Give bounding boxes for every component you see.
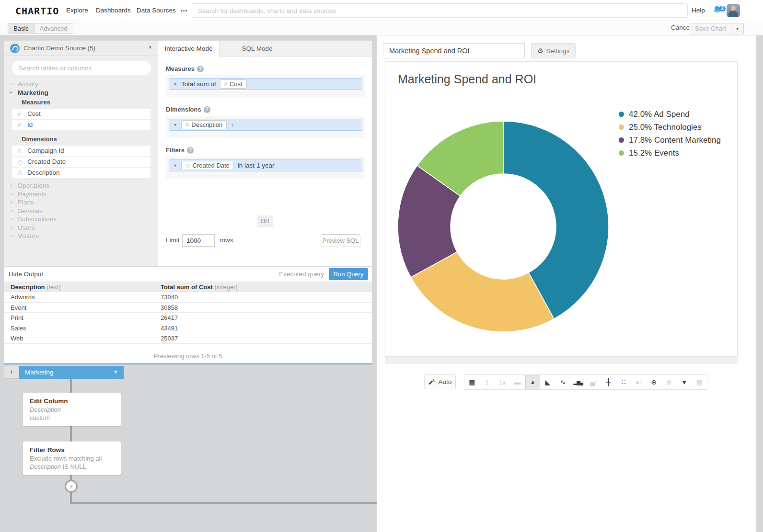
help-circle-icon[interactable]: ?	[187, 147, 194, 154]
sort-ascending-icon[interactable]: ↑	[231, 121, 234, 128]
legend-item[interactable]: 25.0% Technologies	[619, 121, 721, 134]
preview-sql-button[interactable]: Preview SQL	[321, 234, 360, 247]
hide-output-button[interactable]: Hide Output	[9, 271, 43, 278]
field-created-date[interactable]: ◷ Created Date	[12, 157, 150, 167]
chevron-right-icon: ›	[11, 224, 12, 232]
table-chart-icon[interactable]: ▦	[464, 375, 480, 389]
filter-field-chip[interactable]: ◷ Created Date	[181, 161, 234, 170]
legend-item[interactable]: 15.2% Events	[619, 147, 721, 159]
single-value-trend-chart-icon[interactable]: 1▴	[495, 375, 510, 389]
tree-item-activity[interactable]: › Activity	[4, 80, 158, 89]
single-value-chart-icon[interactable]: 1	[480, 375, 495, 389]
map-chart-icon[interactable]: ⊕	[647, 375, 662, 389]
nav-more-menu[interactable]: •••	[181, 8, 188, 13]
nav-explore[interactable]: Explore	[66, 7, 88, 14]
pie-chart-icon[interactable]: ◕	[525, 375, 541, 389]
tree-item-subscriptions[interactable]: ›Subscriptions	[4, 215, 158, 224]
table-search-input[interactable]	[12, 61, 151, 75]
cancel-button[interactable]: Cancel	[671, 24, 691, 31]
field-label: Description	[27, 169, 60, 176]
tree-item-marketing[interactable]: › Marketing	[4, 89, 158, 97]
box-plot-chart-icon[interactable]: ╂	[601, 375, 616, 389]
area-chart-icon[interactable]: ◣	[540, 375, 555, 389]
chartio-logo[interactable]: CHARTIO	[15, 5, 59, 17]
notifications-bell-icon[interactable]: 2	[712, 5, 725, 16]
dimensions-dropzone[interactable]: ▼ A Description ↑	[166, 116, 365, 138]
executed-query-link[interactable]: Executed query	[279, 271, 324, 278]
add-source-button[interactable]: +	[4, 366, 19, 379]
tree-item-visitors[interactable]: ›Visitors	[4, 232, 158, 240]
measure-field-chip[interactable]: # Cost	[220, 79, 247, 89]
clock-icon: ◷	[18, 157, 23, 167]
tree-item-users[interactable]: ›Users	[4, 224, 158, 232]
filter-condition[interactable]: in last 1 year	[238, 162, 275, 169]
nav-dashboards[interactable]: Dashboards	[96, 7, 131, 14]
top-navbar: CHARTIO Explore Dashboards Data Sources …	[0, 0, 763, 21]
chart-title-input[interactable]	[383, 43, 525, 58]
filters-label-text: Filters	[166, 147, 185, 154]
dimension-pill[interactable]: ▼ A Description ↑	[169, 119, 362, 131]
caret-down-icon[interactable]: ▼	[173, 163, 177, 168]
tab-sql-mode[interactable]: SQL Mode	[220, 41, 295, 57]
field-id[interactable]: # Id	[12, 120, 150, 130]
scatter-chart-icon[interactable]: ∷	[616, 375, 631, 389]
bar-line-chart-icon[interactable]: ▄∕	[586, 375, 601, 389]
field-label: Campaign Id	[27, 147, 64, 154]
save-chart-caret-icon[interactable]: ▾	[731, 23, 744, 34]
advanced-mode-button[interactable]: Advanced	[35, 23, 73, 33]
settings-button[interactable]: ⚙ Settings	[531, 43, 576, 58]
chevron-right-icon: ›	[11, 190, 12, 199]
bar-chart-icon[interactable]: ▂▆▄	[570, 375, 586, 389]
caret-down-icon[interactable]: ▼	[173, 123, 177, 127]
step-detail: Description	[30, 406, 114, 414]
chevron-right-icon: ›	[11, 198, 12, 207]
save-chart-button[interactable]: Save Chart	[690, 23, 731, 34]
aggregation-label[interactable]: Total sum of	[181, 80, 216, 88]
column-header-description: Description	[11, 283, 45, 291]
field-description[interactable]: A Description	[12, 168, 150, 178]
bullet-chart-icon[interactable]: ▬	[510, 375, 525, 389]
line-chart-icon[interactable]: ∿	[555, 375, 571, 389]
tab-interactive-mode[interactable]: Interactive Mode	[158, 41, 220, 57]
dimensions-label: Dimensions ?	[166, 106, 372, 113]
field-cost[interactable]: # Cost	[12, 109, 150, 119]
pipeline-step-edit-column[interactable]: Edit Column Description custom	[23, 393, 121, 426]
nav-help[interactable]: Help	[692, 7, 705, 14]
tree-item-operations[interactable]: ›Operations	[4, 181, 158, 190]
run-query-button[interactable]: Run Query	[329, 268, 368, 280]
measures-dropzone[interactable]: ▼ Total sum of # Cost	[166, 75, 365, 97]
limit-input[interactable]	[182, 234, 215, 247]
tree-item-plans[interactable]: ›Plans	[4, 198, 158, 207]
add-pipeline-step-button[interactable]: +	[65, 480, 78, 493]
filter-pill[interactable]: ▼ ◷ Created Date in last 1 year	[169, 159, 362, 171]
pipeline-source-marketing[interactable]: Marketing ▼	[19, 366, 124, 379]
help-circle-icon[interactable]: ?	[197, 66, 204, 72]
field-campaign-id[interactable]: A Campaign Id	[12, 146, 150, 156]
donut-chart[interactable]	[396, 120, 610, 333]
global-search-input[interactable]	[192, 3, 688, 18]
auto-chart-type-button[interactable]: Auto	[424, 374, 456, 389]
tree-item-services[interactable]: ›Services	[4, 207, 158, 215]
user-avatar[interactable]	[727, 4, 740, 17]
map-alt-chart-icon[interactable]: ⊕	[661, 375, 677, 389]
pivot-chart-icon[interactable]: ▤	[692, 375, 707, 389]
source-selector[interactable]: Chartio Demo Source (5) ▼	[4, 41, 158, 56]
nav-data-sources[interactable]: Data Sources	[137, 7, 176, 14]
basic-mode-button[interactable]: Basic	[8, 23, 35, 33]
legend-item[interactable]: 17.8% Content Marketing	[619, 134, 721, 147]
tree-item-payments[interactable]: ›Payments	[4, 190, 158, 199]
or-filter-button[interactable]: OR	[257, 215, 273, 227]
cell-value: 25037	[161, 333, 178, 343]
result-table-header: Description (text) Total sum of Cost (in…	[4, 282, 372, 292]
legend-item[interactable]: 42.0% Ad Spend	[619, 108, 721, 121]
pipeline-source-label: Marketing	[25, 369, 53, 376]
filters-dropzone[interactable]: ▼ ◷ Created Date in last 1 year	[166, 157, 365, 179]
funnel-chart-icon[interactable]: ▼	[677, 375, 692, 389]
help-circle-icon[interactable]: ?	[204, 106, 210, 113]
bubble-chart-icon[interactable]: ●◦	[631, 375, 647, 389]
caret-down-icon[interactable]: ▼	[173, 82, 177, 87]
dimension-field-chip[interactable]: A Description	[181, 120, 227, 129]
pipeline-step-filter-rows[interactable]: Filter Rows Exclude rows matching all De…	[23, 441, 121, 475]
query-mode-tabs: Interactive Mode SQL Mode	[158, 41, 372, 57]
measure-pill[interactable]: ▼ Total sum of # Cost	[169, 78, 362, 90]
